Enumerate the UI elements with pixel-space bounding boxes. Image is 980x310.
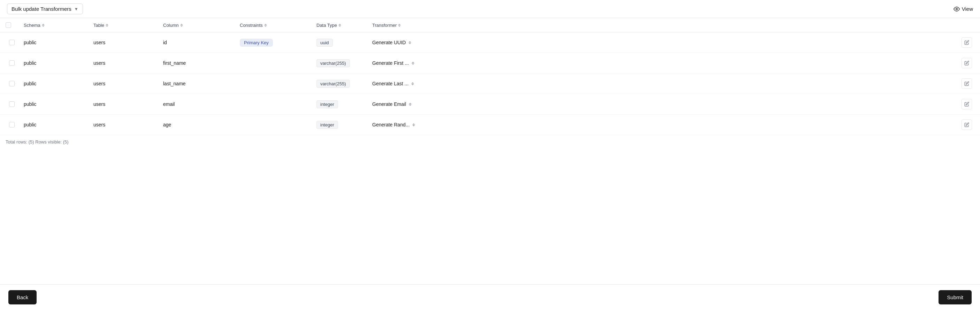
header-datatype-label: Data Type: [317, 23, 337, 28]
row-4-datatype-chip: integer: [317, 121, 338, 129]
row-4-transformer: Generate Rand...: [369, 117, 956, 132]
row-3-schema: public: [21, 97, 91, 112]
header-schema[interactable]: Schema: [21, 18, 91, 32]
schema-sort-icon: [42, 24, 45, 27]
row-3-actions: [956, 94, 977, 114]
row-0-transformer-sort-icon[interactable]: [407, 40, 413, 45]
row-3-edit-button[interactable]: [961, 99, 972, 110]
table-row: public users last_name varchar(255) Gene…: [0, 73, 980, 94]
chevron-down-icon: ▼: [74, 6, 78, 11]
row-0-schema: public: [21, 35, 91, 50]
pencil-icon: [964, 40, 969, 45]
table-row: public users first_name varchar(255) Gen…: [0, 53, 980, 73]
row-3-transformer-sort-icon[interactable]: [407, 102, 413, 107]
row-2-actions: [956, 73, 977, 94]
row-2-transformer-label: Generate Last ...: [372, 81, 409, 86]
row-1-actions: [956, 53, 977, 73]
row-2-column: last_name: [160, 76, 237, 91]
row-3-datatype: integer: [313, 95, 369, 113]
row-4-datatype: integer: [313, 116, 369, 134]
row-1-edit-button[interactable]: [961, 58, 972, 68]
row-2-table: users: [91, 76, 160, 91]
row-0-checkbox[interactable]: [9, 40, 14, 45]
constraints-sort-icon: [264, 24, 267, 27]
header-column-label: Column: [163, 23, 179, 28]
row-4-edit-button[interactable]: [961, 119, 972, 130]
header-actions: [956, 18, 977, 32]
header-table[interactable]: Table: [91, 18, 160, 32]
view-button[interactable]: View: [953, 6, 973, 12]
header-transformer-label: Transformer: [372, 23, 396, 28]
row-0-edit-button[interactable]: [961, 37, 972, 48]
row-4-checkbox[interactable]: [9, 122, 14, 127]
row-3-transformer: Generate Email: [369, 97, 956, 112]
row-1-constraints: [237, 58, 313, 68]
row-0-constraints: Primary Key: [237, 34, 313, 52]
row-1-transformer: Generate First ...: [369, 56, 956, 71]
transformer-sort-icon: [398, 24, 401, 27]
row-1-datatype-chip: varchar(255): [317, 59, 350, 67]
svg-point-0: [956, 8, 958, 10]
table-row: public users age integer Generate Rand..…: [0, 114, 980, 135]
row-1-table: users: [91, 56, 160, 71]
submit-button[interactable]: Submit: [939, 290, 972, 304]
header-checkbox-cell: [3, 18, 21, 32]
pencil-icon: [964, 60, 969, 65]
row-0-checkbox-cell: [3, 35, 21, 50]
select-all-checkbox[interactable]: [6, 22, 11, 28]
header-column[interactable]: Column: [160, 18, 237, 32]
row-4-column: age: [160, 117, 237, 132]
row-4-transformer-sort-icon[interactable]: [411, 122, 417, 127]
row-2-edit-button[interactable]: [961, 78, 972, 89]
bottom-action-bar: Back Submit: [0, 284, 980, 310]
header-constraints[interactable]: Constraints: [237, 18, 313, 32]
row-0-transformer: Generate UUID: [369, 35, 956, 50]
row-2-schema: public: [21, 76, 91, 91]
row-4-actions: [956, 114, 977, 135]
row-0-column: id: [160, 35, 237, 50]
table-row: public users id Primary Key uuid Generat…: [0, 32, 980, 53]
row-3-column: email: [160, 97, 237, 112]
header-constraints-label: Constraints: [240, 23, 263, 28]
view-icon: [953, 6, 960, 12]
row-1-checkbox[interactable]: [9, 60, 14, 66]
row-2-constraints: [237, 79, 313, 89]
top-bar: Bulk update Transformers ▼ View: [0, 0, 980, 18]
row-4-constraints: [237, 120, 313, 130]
row-2-checkbox-cell: [3, 76, 21, 91]
table-sort-icon: [106, 24, 108, 27]
row-3-table: users: [91, 97, 160, 112]
row-0-table: users: [91, 35, 160, 50]
row-1-schema: public: [21, 56, 91, 71]
column-sort-icon: [180, 24, 183, 27]
pencil-icon: [964, 81, 969, 86]
row-2-transformer: Generate Last ...: [369, 76, 956, 91]
rows-info: Total rows: (5) Rows visible: (5): [6, 139, 68, 145]
page-title: Bulk update Transformers: [11, 6, 72, 12]
primary-key-badge: Primary Key: [240, 39, 273, 47]
row-1-transformer-sort-icon[interactable]: [410, 61, 416, 65]
row-1-checkbox-cell: [3, 56, 21, 71]
row-2-datatype: varchar(255): [313, 75, 369, 93]
row-2-transformer-sort-icon[interactable]: [410, 81, 415, 86]
datatype-sort-icon: [339, 24, 341, 27]
view-label: View: [962, 6, 973, 12]
row-1-column: first_name: [160, 56, 237, 71]
row-1-datatype: varchar(255): [313, 54, 369, 72]
header-table-label: Table: [94, 23, 104, 28]
table-footer: Total rows: (5) Rows visible: (5): [0, 135, 980, 149]
row-3-datatype-chip: integer: [317, 100, 338, 108]
pencil-icon: [964, 122, 969, 127]
row-4-schema: public: [21, 117, 91, 132]
row-3-constraints: [237, 99, 313, 109]
back-button[interactable]: Back: [8, 290, 37, 304]
row-2-checkbox[interactable]: [9, 81, 14, 86]
row-3-checkbox[interactable]: [9, 101, 14, 107]
title-dropdown[interactable]: Bulk update Transformers ▼: [7, 3, 83, 14]
header-transformer[interactable]: Transformer: [369, 18, 956, 32]
table-header: Schema Table Column Constraints: [0, 18, 980, 32]
row-4-checkbox-cell: [3, 117, 21, 132]
header-schema-label: Schema: [24, 23, 40, 28]
header-datatype[interactable]: Data Type: [313, 18, 369, 32]
row-2-datatype-chip: varchar(255): [317, 80, 350, 88]
